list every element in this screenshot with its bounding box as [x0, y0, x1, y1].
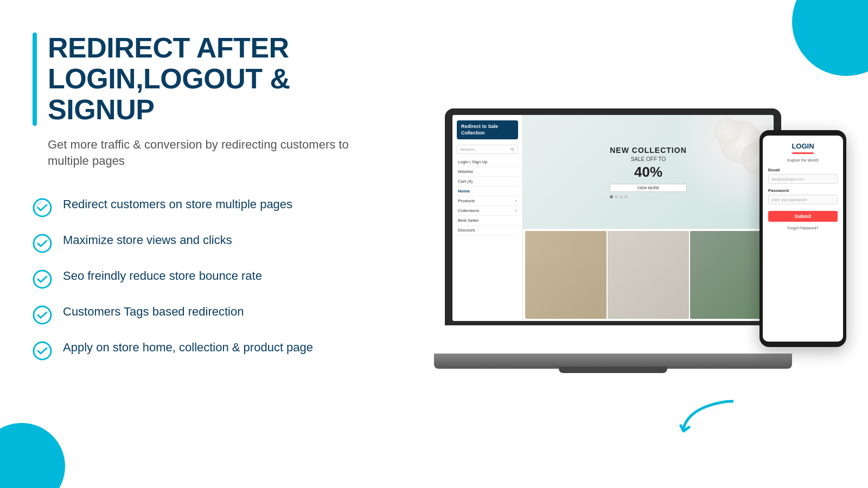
hero-button: VIEW MORE: [610, 184, 687, 192]
email-label: Email: [768, 168, 780, 172]
submit-button[interactable]: Submit: [768, 211, 838, 222]
password-placeholder: enter your password!: [771, 198, 807, 202]
nav-products: Products›: [457, 196, 518, 206]
hero-title: NEW COLLECTION: [610, 146, 687, 155]
check-icon: [33, 305, 52, 325]
phone-device: LOGIN Explore the World! Email abc@examp…: [760, 130, 846, 347]
list-item: Apply on store home, collection & produc…: [33, 340, 369, 361]
dot-3: [620, 195, 623, 198]
svg-point-2: [34, 271, 51, 288]
login-title: LOGIN: [792, 142, 814, 150]
list-item: Redirect customers on store multiple pag…: [33, 197, 369, 217]
login-tagline: Explore the World!: [787, 158, 818, 162]
pearl-deco-2: [714, 118, 741, 145]
subtitle: Get more traffic & conversion by redirec…: [48, 137, 369, 170]
phone-screen: LOGIN Explore the World! Email abc@examp…: [763, 136, 843, 342]
hero-text: NEW COLLECTION SALE OFF TO 40% VIEW MORE: [610, 146, 687, 198]
redirect-badge: Redirect to Sale Collection: [457, 120, 518, 139]
title-section: REDIRECT AFTER LOGIN,LOGOUT & SIGNUP: [33, 33, 369, 126]
hero-dots: [610, 195, 687, 198]
laptop-device: Redirect to Sale Collection Search... Lo…: [445, 108, 803, 369]
laptop-screen: Redirect to Sale Collection Search... Lo…: [452, 115, 774, 321]
deco-arrow: [678, 396, 743, 439]
feature-text: Apply on store home, collection & produc…: [63, 340, 313, 356]
deco-circle-bottom-left: [0, 423, 65, 488]
feature-text: Customers Tags based redirection: [63, 304, 244, 320]
feature-text: Seo freindly reduce store bounce rate: [63, 268, 262, 284]
search-text: Search...: [460, 147, 510, 152]
store-main: NEW COLLECTION SALE OFF TO 40% VIEW MORE: [523, 115, 774, 321]
feature-text: Redirect customers on store multiple pag…: [63, 197, 292, 213]
email-placeholder: abc@example.com: [771, 177, 804, 181]
nav-home: Home: [457, 187, 518, 196]
list-item: Maximize store views and clicks: [33, 233, 369, 253]
product-2: [608, 231, 689, 319]
left-content: REDIRECT AFTER LOGIN,LOGOUT & SIGNUP Get…: [33, 33, 369, 376]
store-search: Search...: [457, 145, 518, 154]
hero-subtext: SALE OFF TO: [610, 156, 687, 162]
svg-point-0: [34, 199, 51, 216]
svg-line-6: [513, 150, 514, 151]
svg-point-3: [34, 306, 51, 324]
laptop-base: [434, 354, 792, 369]
laptop-screen-outer: Redirect to Sale Collection Search... Lo…: [445, 108, 781, 325]
laptop-foot: [559, 367, 667, 373]
store-sidebar: Redirect to Sale Collection Search... Lo…: [452, 115, 523, 321]
check-icon: [33, 341, 52, 361]
nav-collections: Collections›: [457, 206, 518, 216]
nav-cart: Cart (4): [457, 177, 518, 187]
dot-2: [615, 195, 618, 198]
devices-section: Redirect to Sale Collection Search... Lo…: [445, 108, 846, 412]
main-title: REDIRECT AFTER LOGIN,LOGOUT & SIGNUP: [48, 33, 369, 126]
check-icon: [33, 269, 52, 289]
svg-point-4: [34, 342, 51, 359]
store-products: [523, 229, 774, 321]
check-icon: [33, 234, 52, 253]
email-input[interactable]: abc@example.com: [768, 174, 838, 184]
list-item: Seo freindly reduce store bounce rate: [33, 268, 369, 289]
deco-circle-top-right: [792, 0, 868, 76]
hero-discount: 40%: [610, 164, 687, 181]
password-input[interactable]: enter your password!: [768, 195, 838, 204]
nav-discount: Discount: [457, 226, 518, 235]
svg-point-5: [511, 148, 513, 150]
phone-notch: [789, 130, 816, 134]
forgot-password-link[interactable]: Forgot Password?: [788, 226, 819, 230]
dot-1: [610, 195, 613, 198]
store-hero: NEW COLLECTION SALE OFF TO 40% VIEW MORE: [523, 115, 774, 229]
list-item: Customers Tags based redirection: [33, 304, 369, 325]
search-icon: [510, 147, 515, 152]
title-accent-bar: [33, 33, 37, 126]
nav-wishlist: Wishlist: [457, 167, 518, 177]
dot-4: [624, 195, 628, 198]
svg-point-1: [34, 235, 51, 252]
login-underline: [792, 152, 814, 154]
nav-bestseller: Best Seller: [457, 216, 518, 226]
nav-login: Login | Sign Up: [457, 157, 518, 167]
product-1: [525, 231, 607, 319]
check-icon: [33, 198, 52, 217]
feature-text: Maximize store views and clicks: [63, 233, 232, 248]
password-label: Password: [768, 188, 789, 193]
features-list: Redirect customers on store multiple pag…: [33, 197, 369, 361]
